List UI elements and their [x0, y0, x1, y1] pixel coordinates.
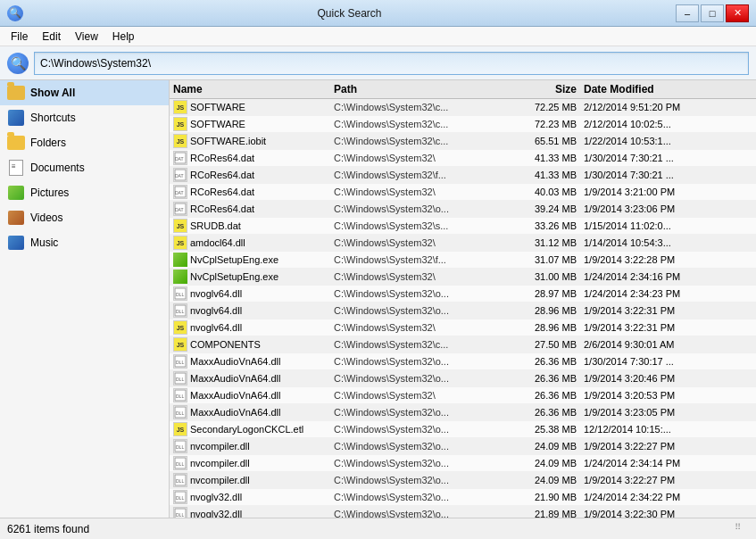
file-name: RCoRes64.dat: [190, 170, 254, 180]
table-row[interactable]: DAT RCoRes64.dat C:\Windows\System32\o..…: [170, 201, 756, 218]
file-date: 1/9/2014 3:23:06 PM: [580, 203, 756, 214]
file-icon-dll: DLL: [173, 456, 187, 470]
file-size: 28.96 MB: [509, 305, 580, 316]
file-size: 31.07 MB: [509, 254, 580, 265]
table-row[interactable]: DLL MaxxAudioVnA64.dll C:\Windows\System…: [170, 404, 756, 421]
file-name-cell: JS SOFTWARE: [170, 117, 330, 131]
table-row[interactable]: DLL MaxxAudioVnA64.dll C:\Windows\System…: [170, 387, 756, 404]
menu-edit[interactable]: Edit: [35, 29, 68, 45]
showall-icon: [7, 84, 25, 102]
resize-grip: ⠿: [735, 522, 749, 536]
file-date: 1/9/2014 3:22:28 PM: [580, 254, 756, 265]
table-row[interactable]: JS SOFTWARE C:\Windows\System32\c... 72.…: [170, 99, 756, 116]
file-icon-dat: DAT: [173, 151, 187, 165]
sidebar-item-music[interactable]: Music: [0, 230, 169, 255]
file-size: 27.50 MB: [509, 339, 580, 350]
header-date[interactable]: Date Modified: [580, 83, 756, 95]
svg-text:DLL: DLL: [176, 444, 184, 450]
sidebar-item-showall[interactable]: Show All: [0, 80, 169, 105]
svg-text:DAT: DAT: [175, 207, 184, 212]
sidebar-documents-label: Documents: [30, 162, 85, 174]
file-name: nvoglv64.dll: [190, 322, 242, 333]
file-path: C:\Windows\System32\: [330, 322, 509, 333]
file-name: SOFTWARE: [190, 119, 245, 129]
sidebar-item-pictures[interactable]: Pictures: [0, 180, 169, 205]
file-size: 24.09 MB: [509, 458, 580, 469]
header-size[interactable]: Size: [509, 83, 580, 95]
table-row[interactable]: DLL nvoglv64.dll C:\Windows\System32\o..…: [170, 303, 756, 319]
close-button[interactable]: ✕: [726, 4, 749, 22]
table-row[interactable]: NvCplSetupEng.exe C:\Windows\System32\ 3…: [170, 269, 756, 286]
file-name: nvcompiler.dll: [190, 458, 250, 469]
table-row[interactable]: NvCplSetupEng.exe C:\Windows\System32\f.…: [170, 252, 756, 269]
file-icon-dll: DLL: [173, 507, 187, 518]
table-row[interactable]: DAT RCoRes64.dat C:\Windows\System32\ 41…: [170, 150, 756, 167]
table-row[interactable]: DLL MaxxAudioVnA64.dll C:\Windows\System…: [170, 353, 756, 370]
sidebar-shortcuts-label: Shortcuts: [30, 112, 76, 124]
table-row[interactable]: DLL MaxxAudioVnA64.dll C:\Windows\System…: [170, 370, 756, 387]
file-date: 1/9/2014 3:22:27 PM: [580, 441, 756, 452]
minimize-button[interactable]: –: [676, 4, 699, 22]
table-row[interactable]: DAT RCoRes64.dat C:\Windows\System32\f..…: [170, 167, 756, 184]
sidebar-item-shortcuts[interactable]: Shortcuts: [0, 105, 169, 130]
table-row[interactable]: JS amdocl64.dll C:\Windows\System32\ 31.…: [170, 235, 756, 252]
file-date: 1/24/2014 2:34:22 PM: [580, 492, 756, 502]
file-name-cell: DLL nvcompiler.dll: [170, 473, 330, 487]
svg-text:DAT: DAT: [175, 156, 184, 162]
table-row[interactable]: JS nvoglv64.dll C:\Windows\System32\ 28.…: [170, 319, 756, 336]
sidebar-item-documents[interactable]: Documents: [0, 155, 169, 180]
file-icon-js: JS: [173, 134, 187, 148]
file-path: C:\Windows\System32\o...: [330, 441, 509, 452]
maximize-button[interactable]: □: [701, 4, 724, 22]
file-name: MaxxAudioVnA64.dll: [190, 373, 281, 384]
file-list-body[interactable]: JS SOFTWARE C:\Windows\System32\c... 72.…: [170, 99, 756, 518]
file-date: 1/30/2014 7:30:21 ...: [580, 153, 756, 163]
menu-file[interactable]: File: [4, 29, 35, 45]
table-row[interactable]: JS SOFTWARE.iobit C:\Windows\System32\c.…: [170, 133, 756, 150]
svg-text:DLL: DLL: [176, 495, 184, 501]
file-icon-exe: [173, 253, 187, 267]
table-row[interactable]: DLL nvoglv32.dll C:\Windows\System32\o..…: [170, 489, 756, 506]
table-row[interactable]: DAT RCoRes64.dat C:\Windows\System32\ 40…: [170, 184, 756, 201]
file-name-cell: DLL nvcompiler.dll: [170, 439, 330, 453]
sidebar-item-videos[interactable]: Videos: [0, 205, 169, 230]
menu-help[interactable]: Help: [105, 29, 142, 45]
header-path[interactable]: Path: [330, 83, 509, 95]
file-name-cell: JS SecondaryLogonCKCL.etl: [170, 422, 330, 436]
table-row[interactable]: DLL nvcompiler.dll C:\Windows\System32\o…: [170, 472, 756, 489]
file-date: 1/9/2014 3:21:00 PM: [580, 187, 756, 197]
svg-text:DLL: DLL: [176, 461, 184, 467]
menu-bar: File Edit View Help: [0, 27, 756, 46]
window-title: Quick Search: [23, 7, 676, 20]
sidebar-item-folders[interactable]: Folders: [0, 130, 169, 155]
search-input[interactable]: [34, 52, 749, 75]
header-name[interactable]: Name: [170, 83, 330, 95]
file-icon-dll: DLL: [173, 354, 187, 369]
file-path: C:\Windows\System32\c...: [330, 102, 509, 112]
file-icon-js: JS: [173, 100, 187, 114]
file-icon-dll: DLL: [173, 303, 187, 318]
sidebar: Show All Shortcuts Folders Documents Pic…: [0, 80, 170, 518]
table-row[interactable]: DLL nvoglv64.dll C:\Windows\System32\o..…: [170, 286, 756, 303]
table-row[interactable]: JS SOFTWARE C:\Windows\System32\c... 72.…: [170, 116, 756, 133]
file-name: COMPONENTS: [190, 339, 261, 350]
file-size: 26.36 MB: [509, 356, 580, 367]
file-name-cell: DLL MaxxAudioVnA64.dll: [170, 371, 330, 386]
table-row[interactable]: JS SecondaryLogonCKCL.etl C:\Windows\Sys…: [170, 421, 756, 438]
table-row[interactable]: JS COMPONENTS C:\Windows\System32\c... 2…: [170, 336, 756, 353]
file-size: 72.25 MB: [509, 102, 580, 112]
file-icon-js: JS: [173, 117, 187, 131]
file-path: C:\Windows\System32\o...: [330, 424, 509, 435]
menu-view[interactable]: View: [68, 29, 105, 45]
table-row[interactable]: DLL nvcompiler.dll C:\Windows\System32\o…: [170, 455, 756, 472]
file-path: C:\Windows\System32\: [330, 153, 509, 163]
file-icon-dll: DLL: [173, 388, 187, 402]
file-date: 1/9/2014 3:20:46 PM: [580, 373, 756, 384]
svg-text:DLL: DLL: [176, 410, 184, 416]
table-row[interactable]: DLL nvcompiler.dll C:\Windows\System32\o…: [170, 438, 756, 455]
table-row[interactable]: JS SRUDB.dat C:\Windows\System32\s... 33…: [170, 218, 756, 235]
table-row[interactable]: DLL nvoglv32.dll C:\Windows\System32\o..…: [170, 506, 756, 518]
file-name-cell: DAT RCoRes64.dat: [170, 151, 330, 165]
file-name-cell: JS SOFTWARE: [170, 100, 330, 114]
file-name: nvoglv64.dll: [190, 305, 242, 316]
